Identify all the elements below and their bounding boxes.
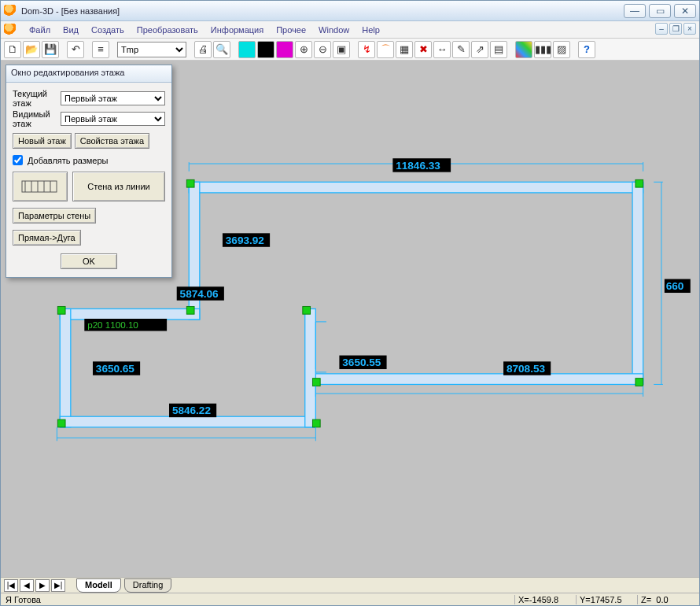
svg-rect-3 xyxy=(60,309,200,320)
color-black-icon[interactable] xyxy=(257,41,274,58)
doc-icon xyxy=(4,24,17,36)
add-dims-label: Добавлять размеры xyxy=(28,156,109,165)
new-file-icon[interactable]: 🗋 xyxy=(4,41,21,58)
dim-top: 11846.33 xyxy=(396,160,440,172)
axis-icon[interactable]: ↯ xyxy=(358,41,375,58)
menu-window[interactable]: Window xyxy=(312,24,356,36)
layer-icon[interactable]: ≡ xyxy=(92,41,109,58)
zoom-fit-icon[interactable]: ▣ xyxy=(333,41,350,58)
svg-rect-7 xyxy=(305,309,316,427)
mdi-close-button[interactable]: × xyxy=(683,23,696,35)
zoom-in-icon[interactable]: ⊕ xyxy=(295,41,312,58)
svg-rect-26 xyxy=(22,181,57,192)
dim-mid-lower: 3650.55 xyxy=(342,357,381,368)
print-icon[interactable]: 🖨 xyxy=(194,41,212,58)
tab-nav-next[interactable]: ▶ xyxy=(35,579,50,592)
wall-params-button[interactable]: Параметры стены xyxy=(13,208,96,224)
help-icon[interactable]: ? xyxy=(578,41,595,58)
svg-rect-16 xyxy=(303,306,311,314)
status-z: Z= 0.0 xyxy=(638,595,699,604)
dim-hidden: p20 1100.10 xyxy=(87,320,138,330)
mdi-restore-button[interactable]: ❐ xyxy=(669,23,682,35)
current-floor-label: Текущий этаж xyxy=(13,89,56,108)
preview-icon[interactable]: 🔍 xyxy=(213,41,230,58)
svg-rect-4 xyxy=(60,309,71,427)
dim-bottom-right: 8708.53 xyxy=(507,363,546,375)
arc-icon[interactable]: ⌒ xyxy=(377,41,394,58)
new-floor-button[interactable]: Новый этаж xyxy=(13,133,72,149)
measure-icon[interactable]: ✎ xyxy=(452,41,470,58)
save-file-icon[interactable]: 💾 xyxy=(42,41,59,58)
app-icon xyxy=(4,5,17,17)
zoom-out-icon[interactable]: ⊖ xyxy=(314,41,331,58)
dim-bottom-left: 5846.22 xyxy=(172,405,212,416)
menu-transform[interactable]: Преобразовать xyxy=(131,24,204,36)
svg-rect-12 xyxy=(312,419,320,427)
status-y: Y=17457.5 xyxy=(577,595,638,604)
grid-icon[interactable]: ▦ xyxy=(396,41,413,58)
menu-view[interactable]: Вид xyxy=(57,24,85,36)
dim-right: 660 xyxy=(666,280,684,292)
wall-from-line-button[interactable]: Стена из линии xyxy=(72,172,165,201)
menu-file[interactable]: Файл xyxy=(23,24,57,36)
floor-editor-dialog: Окно редактирования этажа Текущий этаж П… xyxy=(6,65,172,278)
mdi-minimize-button[interactable]: – xyxy=(655,23,668,35)
svg-rect-6 xyxy=(315,374,643,385)
svg-rect-15 xyxy=(186,306,194,314)
maximize-button[interactable]: ▭ xyxy=(649,4,671,18)
visible-floor-label: Видимый этаж xyxy=(13,109,56,128)
barcode-icon[interactable]: ▮▮▮ xyxy=(534,41,551,58)
table-icon[interactable]: ▤ xyxy=(490,41,507,58)
status-bar: Я Готова X=-1459.8 Y=17457.5 Z= 0.0 xyxy=(1,593,699,605)
status-message: Я Готова xyxy=(1,595,515,604)
menu-misc[interactable]: Прочее xyxy=(270,24,312,36)
dialog-title: Окно редактирования этажа xyxy=(6,65,171,83)
color-magenta-icon[interactable] xyxy=(276,41,293,58)
tab-nav-last[interactable]: ▶| xyxy=(51,579,65,592)
tab-nav-first[interactable]: |◀ xyxy=(4,579,18,592)
minimize-button[interactable]: — xyxy=(624,4,646,18)
current-floor-select[interactable]: Первый этаж xyxy=(61,91,165,105)
menu-info[interactable]: Информация xyxy=(204,24,270,36)
open-file-icon[interactable]: 📂 xyxy=(23,41,40,58)
menu-bar: Файл Вид Создать Преобразовать Информаци… xyxy=(1,21,699,39)
close-button[interactable]: ✕ xyxy=(674,4,696,18)
wall-tool-button[interactable] xyxy=(13,172,68,201)
delete-icon[interactable]: ✖ xyxy=(414,41,432,58)
title-bar: Dom-3D - [Без названия] — ▭ ✕ xyxy=(1,1,699,21)
dimension-icon[interactable]: ↔ xyxy=(433,41,451,58)
svg-rect-13 xyxy=(57,419,65,427)
menu-help[interactable]: Help xyxy=(356,24,386,36)
svg-rect-14 xyxy=(57,306,65,314)
color-cyan-icon[interactable] xyxy=(238,41,256,58)
tab-nav-prev[interactable]: ◀ xyxy=(20,579,34,592)
tab-modell[interactable]: Modell xyxy=(76,578,121,593)
layer-select[interactable]: Tmp xyxy=(117,42,186,57)
tab-bar: |◀ ◀ ▶ ▶| Modell Drafting xyxy=(1,577,699,593)
line-arc-button[interactable]: Прямая->Дуга xyxy=(13,230,81,246)
dim-mid-upper: 5874.06 xyxy=(180,288,219,300)
status-x: X=-1459.8 xyxy=(515,595,577,604)
visible-floor-select[interactable]: Первый этаж xyxy=(61,112,165,126)
dim-left-upper: 3693.92 xyxy=(226,235,265,246)
dim-left-lower: 3650.65 xyxy=(96,363,135,375)
toolbar: 🗋 📂 💾 ↶ ≡ Tmp 🖨 🔍 ⊕ ⊖ ▣ ↯ ⌒ ▦ ✖ ↔ ✎ ⇗ ▤ … xyxy=(1,39,699,61)
svg-rect-9 xyxy=(636,179,643,187)
svg-rect-1 xyxy=(632,182,643,384)
hatch-icon[interactable]: ▨ xyxy=(553,41,570,58)
menu-create[interactable]: Создать xyxy=(85,24,131,36)
align-icon[interactable]: ⇗ xyxy=(471,41,488,58)
canvas-area[interactable]: 11846.33 660 3693.92 5874.06 3650.65 365… xyxy=(1,61,699,605)
window-title: Dom-3D - [Без названия] xyxy=(21,6,120,16)
svg-rect-8 xyxy=(186,179,194,187)
svg-rect-10 xyxy=(636,379,643,386)
svg-rect-0 xyxy=(189,182,643,193)
tab-drafting[interactable]: Drafting xyxy=(124,578,172,593)
svg-rect-11 xyxy=(312,379,320,386)
undo-icon[interactable]: ↶ xyxy=(67,41,84,58)
palette-icon[interactable] xyxy=(515,41,532,58)
ok-button[interactable]: OK xyxy=(61,253,117,269)
svg-rect-5 xyxy=(60,416,315,427)
add-dims-checkbox[interactable] xyxy=(13,155,23,165)
floor-props-button[interactable]: Свойства этажа xyxy=(75,133,149,149)
